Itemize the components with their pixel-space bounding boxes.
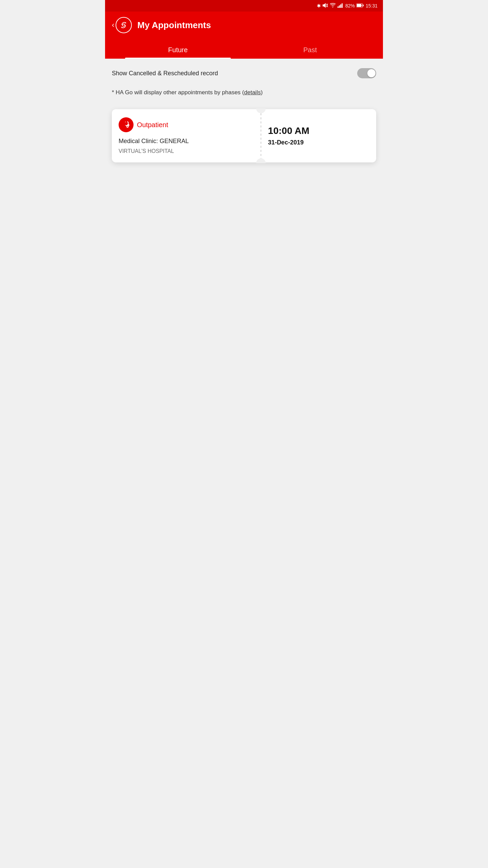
toggle-row: Show Cancelled & Rescheduled record: [112, 68, 376, 78]
status-bar: ✱ 82%: [105, 0, 383, 12]
appointment-date: 31-Dec-2019: [268, 139, 304, 146]
toggle-label: Show Cancelled & Rescheduled record: [112, 70, 357, 77]
hospital-name: VIRTUAL'S HOSPITAL: [119, 148, 254, 154]
wifi-icon: [330, 3, 336, 9]
page-title: My Appointments: [137, 20, 211, 31]
card-left: Outpatient Medical Clinic: GENERAL VIRTU…: [112, 109, 261, 162]
svg-marker-0: [323, 3, 326, 8]
svg-rect-4: [339, 5, 340, 8]
appointment-type: Outpatient: [137, 121, 168, 129]
details-link[interactable]: details: [244, 89, 261, 96]
svg-point-10: [123, 24, 125, 26]
cancelled-rescheduled-toggle[interactable]: [357, 68, 376, 78]
bluetooth-icon: ✱: [317, 3, 321, 8]
app-logo: [116, 17, 132, 33]
outpatient-icon: [119, 117, 134, 132]
info-text: * HA Go will display other appointments …: [112, 88, 376, 97]
battery-percentage: 82%: [345, 3, 355, 8]
svg-rect-3: [338, 6, 339, 8]
toggle-knob: [367, 69, 375, 77]
back-logo-area[interactable]: ‹: [112, 17, 132, 33]
dotted-line: [261, 109, 261, 162]
card-right: 10:00 AM 31-Dec-2019: [261, 109, 376, 162]
card-divider: [261, 109, 261, 162]
outpatient-row: Outpatient: [119, 117, 254, 132]
status-icons: ✱ 82%: [317, 3, 378, 9]
appointment-time: 10:00 AM: [268, 125, 309, 136]
battery-icon: [357, 3, 364, 9]
info-end-text: ): [261, 89, 263, 96]
mute-icon: [323, 3, 328, 9]
app-header: ‹ My: [105, 12, 383, 59]
svg-rect-6: [342, 3, 343, 8]
time-display: 15:31: [366, 3, 378, 8]
info-main-text: * HA Go will display other appointments …: [112, 89, 244, 96]
svg-rect-8: [357, 4, 361, 7]
svg-rect-5: [340, 4, 341, 8]
tabs-container: Future Past: [112, 41, 376, 59]
svg-rect-9: [363, 5, 364, 6]
appointment-card[interactable]: Outpatient Medical Clinic: GENERAL VIRTU…: [112, 109, 376, 162]
tab-past[interactable]: Past: [244, 41, 376, 59]
back-arrow-icon[interactable]: ‹: [112, 21, 114, 29]
clinic-name: Medical Clinic: GENERAL: [119, 138, 254, 145]
tab-future[interactable]: Future: [112, 41, 244, 59]
signal-icon: [338, 3, 344, 9]
main-content: Show Cancelled & Rescheduled record * HA…: [105, 59, 383, 179]
